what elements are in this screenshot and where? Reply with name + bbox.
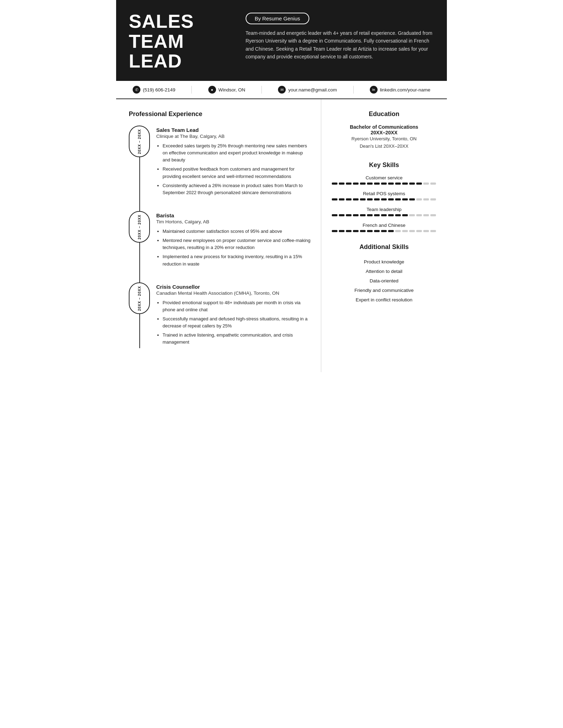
skill-segment-empty	[423, 214, 429, 216]
edu-school: Ryerson University, Toronto, ON Dean's L…	[331, 135, 437, 150]
list-item: Product knowledge	[331, 257, 437, 267]
skill-segment-filled	[339, 214, 344, 216]
list-item: Implemented a new process for tracking i…	[163, 253, 311, 267]
education-section: Education Bachelor of Communications 20X…	[331, 110, 437, 150]
skill-customer-service: Customer service	[331, 175, 437, 185]
skill-bar	[331, 198, 437, 200]
key-skills-section: Key Skills Customer service Retail POS s…	[331, 161, 437, 232]
skill-segment-filled	[360, 198, 366, 200]
skill-segment-filled	[367, 214, 373, 216]
skill-segment-filled	[381, 230, 387, 232]
skill-segment-empty	[423, 198, 429, 200]
additional-skills-section: Additional Skills Product knowledge Atte…	[331, 243, 437, 305]
skill-segment-filled	[402, 183, 408, 185]
skill-segment-empty	[423, 230, 429, 232]
job-bullets-2: Maintained customer satisfaction scores …	[156, 228, 311, 268]
skill-segment-filled	[381, 198, 387, 200]
list-item: Successfully managed and defused high-st…	[163, 315, 311, 330]
job-company-1: Clinique at The Bay, Calgary, AB	[156, 134, 311, 139]
list-item: Mentored new employees on proper custome…	[163, 237, 311, 251]
skill-segment-filled	[346, 183, 352, 185]
education-entry: Bachelor of Communications 20XX–20XX Rye…	[331, 124, 437, 150]
contact-divider-3	[353, 86, 354, 94]
linkedin-icon: in	[370, 86, 378, 94]
skill-retail-pos: Retail POS systems	[331, 191, 437, 200]
edu-degree: Bachelor of Communications	[331, 124, 437, 130]
skill-label: Customer service	[331, 175, 437, 180]
job-content-3: Crisis Counsellor Canadian Mental Health…	[156, 282, 311, 348]
list-item: Trained in active listening, empathetic …	[163, 332, 311, 346]
right-column: Education Bachelor of Communications 20X…	[321, 99, 447, 372]
skill-segment-filled	[332, 214, 337, 216]
skill-segment-filled	[339, 230, 344, 232]
skill-segment-filled	[346, 214, 352, 216]
list-item: Provided emotional support to 48+ indivi…	[163, 299, 311, 313]
job-bullets-3: Provided emotional support to 48+ indivi…	[156, 299, 311, 346]
main-body: Professional Experience 20XX – 20XX Sale…	[116, 99, 447, 372]
table-row: 20XX – 20XX Crisis Counsellor Canadian M…	[129, 282, 311, 348]
skill-segment-empty	[430, 230, 436, 232]
job-title-3: Crisis Counsellor	[156, 284, 311, 290]
edu-dates: 20XX–20XX	[331, 130, 437, 135]
timeline-badge-3: 20XX – 20XX	[129, 282, 150, 314]
job-company-3: Canadian Mental Health Association (CMHA…	[156, 290, 311, 296]
resume-title: SALES TEAM LEAD	[129, 11, 234, 71]
table-row: 20XX – 20XX Barista Tim Hortons, Calgary…	[129, 211, 311, 270]
timeline-badge-2: 20XX – 20XX	[129, 211, 150, 243]
skill-segment-filled	[360, 183, 366, 185]
skill-segment-filled	[353, 214, 359, 216]
additional-skills-list: Product knowledge Attention to detail Da…	[331, 257, 437, 305]
skill-segment-filled	[353, 198, 359, 200]
skill-segment-filled	[374, 214, 380, 216]
additional-skills-title: Additional Skills	[331, 243, 437, 251]
skill-segment-empty	[409, 214, 415, 216]
table-row: 20XX – 20XX Sales Team Lead Clinique at …	[129, 126, 311, 198]
contact-phone: ✆ (519) 606-2149	[133, 86, 175, 94]
skill-segment-filled	[332, 230, 337, 232]
skill-label: French and Chinese	[331, 223, 437, 228]
skill-segment-empty	[423, 183, 429, 185]
skill-bar	[331, 230, 437, 232]
skill-segment-filled	[332, 183, 337, 185]
skill-segment-filled	[388, 214, 394, 216]
key-skills-title: Key Skills	[331, 161, 437, 169]
experience-section-title: Professional Experience	[129, 110, 311, 118]
skill-segment-empty	[395, 230, 401, 232]
skill-team-leadership: Team leadership	[331, 207, 437, 216]
skill-segment-filled	[381, 214, 387, 216]
skill-languages: French and Chinese	[331, 223, 437, 232]
list-item: Received positive feedback from customer…	[163, 166, 311, 180]
skill-label: Team leadership	[331, 207, 437, 212]
skill-segment-filled	[395, 198, 401, 200]
contact-divider-2	[261, 86, 262, 94]
contact-linkedin: in linkedin.com/your-name	[370, 86, 430, 94]
skill-segment-filled	[402, 214, 408, 216]
skill-segment-empty	[409, 230, 415, 232]
email-icon: ✉	[278, 86, 286, 94]
skill-segment-filled	[353, 183, 359, 185]
skill-segment-filled	[360, 230, 366, 232]
skill-segment-filled	[332, 198, 337, 200]
skill-segment-filled	[409, 198, 415, 200]
skill-segment-empty	[402, 230, 408, 232]
skill-bar	[331, 183, 437, 185]
summary-text: Team-minded and energetic leader with 4+…	[246, 29, 434, 61]
by-badge: By Resume Genius	[246, 13, 309, 24]
skill-segment-filled	[353, 230, 359, 232]
skill-segment-filled	[388, 198, 394, 200]
job-title-1: Sales Team Lead	[156, 127, 311, 133]
header: SALES TEAM LEAD By Resume Genius Team-mi…	[116, 0, 447, 81]
contact-email: ✉ your.name@gmail.com	[278, 86, 337, 94]
skill-segment-empty	[416, 198, 422, 200]
skill-segment-filled	[381, 183, 387, 185]
timeline-badge-1: 20XX – 20XX	[129, 126, 150, 157]
job-title-2: Barista	[156, 212, 311, 218]
skill-segment-filled	[374, 198, 380, 200]
contact-location: ● Windsor, ON	[208, 86, 246, 94]
skill-segment-filled	[339, 198, 344, 200]
skill-segment-filled	[346, 230, 352, 232]
header-title-block: SALES TEAM LEAD	[129, 11, 234, 71]
skill-segment-filled	[402, 198, 408, 200]
skill-segment-empty	[430, 214, 436, 216]
list-item: Data-oriented	[331, 276, 437, 286]
